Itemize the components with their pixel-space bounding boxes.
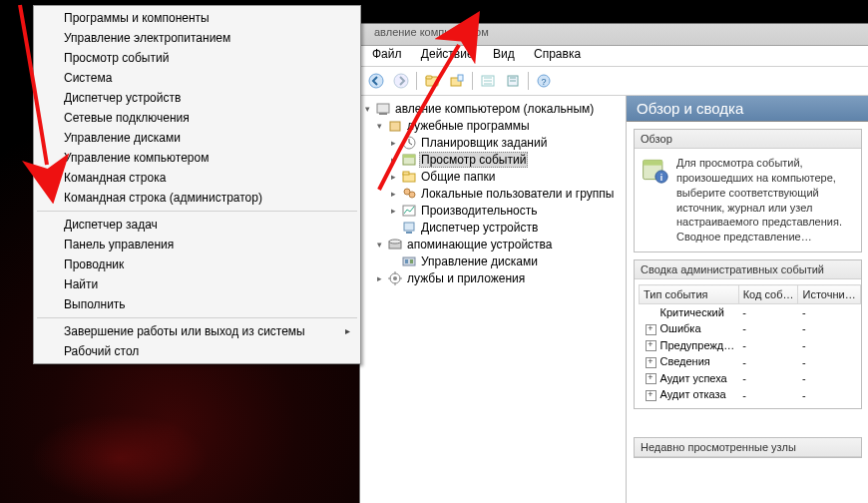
table-row[interactable]: +Аудит успеха--	[640, 370, 861, 387]
menubar: Файл Действие Вид Справка	[360, 46, 868, 67]
help-icon[interactable]: ?	[532, 70, 556, 92]
menu-item[interactable]: Проводник	[36, 254, 358, 274]
tree-device-manager[interactable]: Диспетчер устройств	[360, 219, 626, 236]
tree-event-viewer[interactable]: ▸Просмотр событий	[360, 151, 626, 168]
event-type-label: Аудит отказа	[660, 388, 726, 400]
tree-disk-management[interactable]: Управление дисками	[360, 252, 626, 269]
menu-item[interactable]: Найти	[36, 274, 358, 294]
tree-local-users[interactable]: ▸Локальные пользователи и группы	[360, 185, 626, 202]
expand-icon[interactable]: +	[646, 324, 656, 335]
export-icon[interactable]	[501, 70, 525, 92]
menu-separator	[37, 317, 357, 318]
svg-point-0	[369, 74, 383, 88]
menu-item[interactable]: Управление компьютером	[36, 148, 358, 168]
menu-item[interactable]: Управление дисками	[36, 128, 358, 148]
computer-management-window: авление компьютером Файл Действие Вид Сп…	[359, 23, 868, 503]
tree-task-scheduler[interactable]: ▸Планировщик заданий	[360, 134, 626, 151]
menu-help[interactable]: Справка	[526, 47, 589, 61]
svg-rect-26	[405, 259, 408, 263]
event-type-label: Критический	[660, 306, 724, 318]
svg-rect-5	[458, 75, 463, 81]
svg-rect-27	[410, 259, 413, 263]
overview-section: Обзор i Для просмотра событий, произошед…	[634, 129, 862, 252]
refresh-icon[interactable]	[476, 70, 500, 92]
back-icon[interactable]	[364, 70, 388, 92]
svg-rect-22	[406, 232, 412, 234]
table-row[interactable]: +Ошибка--	[640, 320, 861, 337]
svg-point-1	[394, 74, 408, 88]
folder-props-icon[interactable]	[445, 70, 469, 92]
event-summary-table: Тип события Код соб… Источни… Критически…	[639, 284, 861, 403]
svg-text:?: ?	[541, 77, 546, 87]
menu-separator	[37, 211, 357, 212]
menu-item[interactable]: Командная строка	[36, 168, 358, 188]
menu-view[interactable]: Вид	[485, 47, 523, 61]
menu-item[interactable]: Выполнить	[36, 294, 358, 314]
tree-services-group[interactable]: ▾лужебные программы	[360, 117, 626, 134]
menu-file[interactable]: Файл	[364, 47, 410, 61]
tree-pane[interactable]: ▾авление компьютером (локальным) ▾лужебн…	[360, 96, 627, 503]
window-title: авление компьютером	[374, 26, 489, 38]
winx-context-menu: Программы и компонентыУправление электро…	[33, 5, 361, 364]
menu-item[interactable]: Программы и компоненты	[36, 8, 358, 28]
forward-icon[interactable]	[389, 70, 413, 92]
svg-rect-3	[426, 76, 432, 79]
tree-services-applications[interactable]: ▸лужбы и приложения	[360, 269, 626, 286]
menu-action[interactable]: Действие	[413, 47, 482, 61]
col-source[interactable]: Источни…	[798, 285, 860, 304]
event-type-label: Ошибка	[660, 322, 701, 334]
menu-item[interactable]: Диспетчер устройств	[36, 88, 358, 108]
tree-root[interactable]: ▾авление компьютером (локальным)	[360, 100, 626, 117]
recent-nodes-heading: Недавно просмотренные узлы	[635, 438, 861, 457]
menu-item[interactable]: Завершение работы или выход из системы	[36, 321, 358, 341]
tree-shared-folders[interactable]: ▸Общие папки	[360, 168, 626, 185]
expand-icon[interactable]: +	[646, 390, 656, 401]
tree-storage-group[interactable]: ▾апоминающие устройства	[360, 236, 626, 252]
details-header: Обзор и сводка	[627, 96, 868, 122]
menu-item[interactable]: Командная строка (администратор)	[36, 188, 358, 208]
menu-item[interactable]: Рабочий стол	[36, 341, 358, 361]
menu-item[interactable]: Диспетчер задач	[36, 215, 358, 235]
svg-point-29	[393, 276, 397, 280]
menu-item[interactable]: Система	[36, 68, 358, 88]
expand-icon[interactable]: +	[646, 373, 656, 384]
svg-rect-25	[403, 257, 415, 265]
overview-heading: Обзор	[635, 130, 861, 149]
up-icon[interactable]	[420, 70, 444, 92]
table-row[interactable]: +Аудит отказа--	[640, 386, 861, 403]
menu-item[interactable]: Просмотр событий	[36, 48, 358, 68]
svg-point-24	[389, 240, 401, 244]
svg-point-19	[409, 192, 415, 198]
admin-summary-heading: Сводка административных событий	[635, 260, 861, 279]
event-type-label: Предупрежд…	[660, 339, 735, 351]
overview-text: Для просмотра событий, произошедших на к…	[676, 156, 855, 245]
menu-item[interactable]: Панель управления	[36, 235, 358, 254]
event-type-label: Сведения	[660, 355, 710, 367]
toolbar-separator	[528, 72, 529, 90]
svg-rect-10	[377, 104, 389, 113]
expand-icon[interactable]: +	[646, 357, 656, 368]
details-pane: Обзор и сводка Обзор i Для просмотра соб…	[627, 96, 868, 503]
svg-rect-11	[379, 113, 387, 115]
event-log-icon: i	[641, 156, 668, 184]
col-event-code[interactable]: Код соб…	[738, 285, 798, 304]
tree-performance[interactable]: ▸Производительность	[360, 202, 626, 219]
svg-rect-21	[404, 223, 414, 231]
menu-item[interactable]: Сетевые подключения	[36, 108, 358, 128]
admin-summary-section: Сводка административных событий Тип собы…	[634, 259, 862, 409]
svg-rect-15	[403, 155, 415, 158]
table-row[interactable]: +Предупрежд…--	[640, 337, 861, 354]
table-row[interactable]: Критический--	[640, 304, 861, 321]
svg-rect-31	[644, 160, 662, 165]
svg-rect-12	[390, 122, 400, 131]
col-event-type[interactable]: Тип события	[640, 285, 739, 304]
toolbar-separator	[416, 72, 417, 90]
recent-nodes-section: Недавно просмотренные узлы	[634, 437, 862, 458]
menu-item[interactable]: Управление электропитанием	[36, 28, 358, 48]
expand-icon[interactable]: +	[646, 340, 656, 351]
window-titlebar[interactable]: авление компьютером	[360, 24, 868, 46]
svg-rect-17	[403, 172, 409, 175]
svg-text:i: i	[660, 173, 662, 183]
table-row[interactable]: +Сведения--	[640, 353, 861, 370]
toolbar: ?	[360, 67, 868, 96]
